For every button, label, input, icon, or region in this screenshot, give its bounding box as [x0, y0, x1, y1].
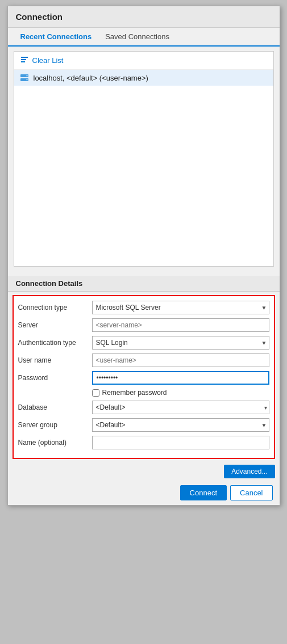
cancel-button[interactable]: Cancel [230, 485, 272, 500]
connection-type-row: Connection type Microsoft SQL Server ▼ [18, 301, 269, 314]
auth-type-label: Authentication type [18, 339, 92, 347]
connection-type-select-wrapper: Microsoft SQL Server ▼ [92, 301, 269, 314]
footer-buttons: Connect Cancel [8, 481, 280, 505]
connection-details-section: Connection Details Connection type Micro… [8, 271, 280, 481]
tab-recent-connections[interactable]: Recent Connections [14, 28, 99, 47]
dialog-title: Connection [8, 6, 280, 28]
server-icon [20, 73, 29, 82]
database-select-wrapper: <Default> ▾ [92, 401, 269, 414]
server-group-row: Server group <Default> ▼ [18, 418, 269, 432]
clear-list-icon [20, 55, 29, 66]
password-row: Password [18, 371, 269, 385]
auth-type-select[interactable]: SQL Login [92, 336, 269, 350]
database-label: Database [18, 403, 92, 411]
username-input[interactable] [92, 353, 269, 367]
connections-panel: Clear List localhost, <default> (<user-n… [14, 51, 274, 267]
svg-point-5 [26, 75, 27, 77]
connect-button[interactable]: Connect [180, 485, 227, 500]
server-group-select[interactable]: <Default> [92, 418, 269, 432]
remember-password-row: Remember password [92, 389, 269, 397]
advanced-button[interactable]: Advanced... [224, 465, 274, 478]
server-label: Server [18, 321, 92, 329]
username-label: User name [18, 356, 92, 364]
server-row: Server [18, 318, 269, 332]
svg-rect-1 [21, 59, 26, 60]
connection-item-label: localhost, <default> (<user-name>) [34, 74, 148, 82]
details-title: Connection Details [8, 276, 280, 292]
server-input[interactable] [92, 318, 269, 332]
remember-password-checkbox[interactable] [92, 389, 99, 397]
password-input[interactable] [92, 371, 269, 385]
clear-list-label: Clear List [32, 56, 64, 65]
remember-password-label: Remember password [102, 389, 167, 397]
tabs-bar: Recent Connections Saved Connections [8, 28, 280, 47]
svg-rect-2 [21, 61, 25, 62]
password-label: Password [18, 374, 92, 382]
database-row: Database <Default> ▾ [18, 401, 269, 414]
advanced-row: Advanced... [8, 462, 280, 481]
connection-type-label: Connection type [18, 304, 92, 312]
svg-rect-0 [21, 57, 28, 58]
connection-type-select[interactable]: Microsoft SQL Server [92, 301, 269, 314]
auth-type-row: Authentication type SQL Login ▼ [18, 336, 269, 350]
clear-list-button[interactable]: Clear List [14, 52, 273, 70]
connection-dialog: Connection Recent Connections Saved Conn… [7, 6, 280, 506]
name-label: Name (optional) [18, 439, 92, 447]
server-group-select-wrapper: <Default> ▼ [92, 418, 269, 432]
database-select[interactable]: <Default> [92, 401, 269, 414]
tab-saved-connections[interactable]: Saved Connections [98, 28, 176, 45]
server-group-label: Server group [18, 421, 92, 429]
name-row: Name (optional) [18, 436, 269, 449]
username-row: User name [18, 353, 269, 367]
svg-point-6 [26, 79, 27, 81]
connection-details-form: Connection type Microsoft SQL Server ▼ S… [13, 295, 275, 459]
name-input[interactable] [92, 436, 269, 449]
connection-item[interactable]: localhost, <default> (<user-name>) [14, 70, 273, 86]
auth-type-select-wrapper: SQL Login ▼ [92, 336, 269, 350]
